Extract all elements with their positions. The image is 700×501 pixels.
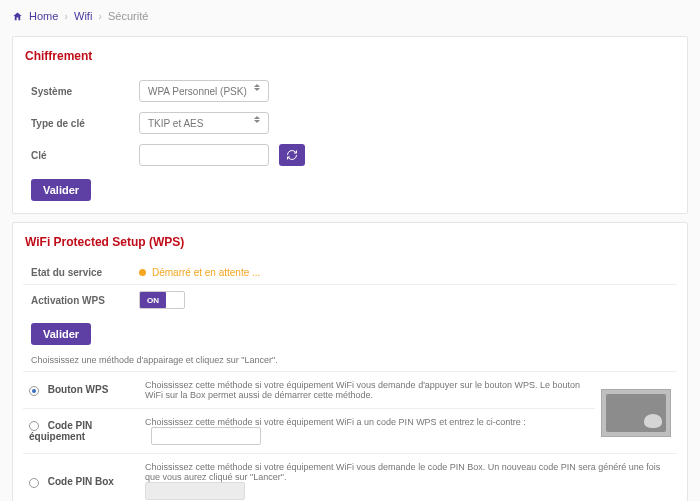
wps-panel: WiFi Protected Setup (WPS) Etat du servi… <box>12 222 688 501</box>
breadcrumb: Home › Wifi › Sécurité <box>12 8 688 28</box>
wps-method-row: Code PIN Box Choississez cette méthode s… <box>23 454 677 502</box>
method-label: Bouton WPS <box>48 384 109 395</box>
radio-pin-box[interactable] <box>29 478 39 488</box>
breadcrumb-current: Sécurité <box>108 10 148 22</box>
encryption-panel: Chiffrement Système WPA Personnel (PSK) … <box>12 36 688 214</box>
activation-label: Activation WPS <box>31 295 139 306</box>
method-label: Code PIN Box <box>48 476 114 487</box>
system-select-value: WPA Personnel (PSK) <box>148 86 247 97</box>
caret-icon <box>254 116 262 123</box>
toggle-knob: ON <box>140 292 166 308</box>
status-dot-icon <box>139 269 146 276</box>
breadcrumb-wifi[interactable]: Wifi <box>74 10 92 22</box>
keytype-label: Type de clé <box>31 118 139 129</box>
wps-method-row: Code PIN équipement Choississez cette mé… <box>23 409 677 454</box>
service-status-value: Démarré et en attente ... <box>152 267 260 278</box>
regenerate-key-button[interactable] <box>279 144 305 166</box>
pin-equipment-input[interactable] <box>151 427 261 445</box>
wps-illustration <box>601 389 671 437</box>
encryption-validate-button[interactable]: Valider <box>31 179 91 201</box>
keytype-select[interactable]: TKIP et AES <box>139 112 269 134</box>
breadcrumb-home[interactable]: Home <box>29 10 58 22</box>
wps-heading: WiFi Protected Setup (WPS) <box>25 235 677 249</box>
wps-method-table: Bouton WPS Choississez cette méthode si … <box>23 371 677 501</box>
wps-method-row: Bouton WPS Choississez cette méthode si … <box>23 372 677 409</box>
chevron-right-icon: › <box>64 10 68 22</box>
method-desc: Choississez cette méthode si votre équip… <box>145 417 526 427</box>
system-select[interactable]: WPA Personnel (PSK) <box>139 80 269 102</box>
system-label: Système <box>31 86 139 97</box>
wps-helper-text: Choississez une méthode d'appairage et c… <box>31 355 669 365</box>
home-icon <box>12 11 23 22</box>
keytype-select-value: TKIP et AES <box>148 118 203 129</box>
service-status-label: Etat du service <box>31 267 139 278</box>
encryption-heading: Chiffrement <box>25 49 677 63</box>
key-label: Clé <box>31 150 139 161</box>
refresh-icon <box>286 149 298 161</box>
wps-validate-button[interactable]: Valider <box>31 323 91 345</box>
radio-pin-equip[interactable] <box>29 421 39 431</box>
chevron-right-icon: › <box>98 10 102 22</box>
key-input[interactable] <box>139 144 269 166</box>
pin-box-display <box>145 482 245 500</box>
method-desc: Choississez cette méthode si votre équip… <box>145 462 660 482</box>
wps-activation-toggle[interactable]: ON <box>139 291 185 309</box>
method-desc: Choississez cette méthode si votre équip… <box>139 372 595 409</box>
caret-icon <box>254 84 262 91</box>
radio-button-wps[interactable] <box>29 386 39 396</box>
